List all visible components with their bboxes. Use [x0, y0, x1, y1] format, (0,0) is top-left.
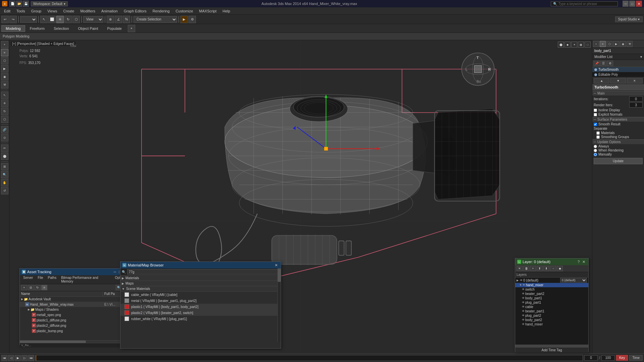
- layer-item-hand-mixer[interactable]: ▼ 👁 hand_mixer: [515, 283, 588, 287]
- asset-scrollbar[interactable]: [20, 340, 130, 343]
- surface-params-section[interactable]: ─ Surface Parameters: [592, 117, 644, 122]
- add-time-tag-btn[interactable]: Add Time Tag: [515, 347, 588, 353]
- end-frame-input[interactable]: [601, 355, 615, 361]
- update-options-section[interactable]: ─ Update Options: [592, 139, 644, 144]
- delete-modifier-btn[interactable]: ✕: [627, 78, 643, 83]
- menu-help[interactable]: Help: [220, 8, 233, 14]
- show-all-btn[interactable]: ☰: [600, 61, 606, 66]
- smooth-result-row[interactable]: Smooth Result: [594, 122, 643, 126]
- view-dropdown[interactable]: View: [83, 16, 103, 23]
- select-tool[interactable]: ↖: [1, 92, 8, 99]
- layers-move-up-btn[interactable]: ⬆: [537, 266, 543, 271]
- manually-radio-row[interactable]: Manually: [594, 153, 643, 156]
- layers-close-btn[interactable]: ✕: [581, 260, 586, 264]
- bind-tool[interactable]: ⊙: [1, 134, 8, 141]
- rotate-btn[interactable]: ↻: [64, 16, 72, 23]
- create-mode-btn[interactable]: +: [1, 41, 8, 48]
- modifier-turbosmooth[interactable]: TurboSmooth: [592, 67, 644, 72]
- layer-item-cable[interactable]: 👁 cable: [515, 305, 588, 309]
- layers-move-down-btn[interactable]: ⬇: [543, 266, 549, 271]
- snap-btn[interactable]: ⊕: [107, 16, 114, 23]
- smoothing-groups-checkbox[interactable]: [596, 135, 600, 139]
- asset-remove-btn[interactable]: ⊟: [28, 285, 34, 290]
- render-setup-btn[interactable]: ⚙: [189, 16, 196, 23]
- rpanel-tab-create[interactable]: +: [593, 41, 599, 47]
- layers-delete-btn[interactable]: 🗑: [523, 266, 529, 271]
- rotate-tool[interactable]: ↻: [1, 108, 8, 115]
- menu-animation[interactable]: Animation: [99, 8, 120, 14]
- layer-item-plug1[interactable]: 👁 plug_part1: [515, 300, 588, 305]
- rpanel-tab-hierarchy[interactable]: ⬡: [606, 41, 612, 47]
- menu-edit[interactable]: Edit: [1, 8, 13, 14]
- always-radio-row[interactable]: Always: [594, 144, 643, 148]
- layer-item-beater2[interactable]: 👁 beater_part2: [515, 292, 588, 296]
- configure-modifiers-btn[interactable]: ⚙: [607, 61, 613, 66]
- viewport[interactable]: [+] [Perspective] [Shaded + Edged Faces]…: [9, 40, 592, 362]
- asset-paths-menu[interactable]: Paths: [46, 276, 59, 284]
- viewport-lighting-btn[interactable]: ☀: [571, 42, 577, 48]
- undo-btn[interactable]: ↩: [1, 16, 9, 23]
- layer-item-body1[interactable]: 👁 body_part1: [515, 296, 588, 300]
- percent-snap-btn[interactable]: %: [123, 16, 130, 23]
- vertex-paint-btn[interactable]: ✏: [1, 144, 8, 152]
- material-close-btn[interactable]: ✕: [274, 263, 279, 267]
- material-search-input[interactable]: [127, 269, 279, 275]
- new-btn[interactable]: 📄: [9, 1, 15, 7]
- menu-rendering[interactable]: Rendering: [150, 8, 172, 14]
- menu-modifiers[interactable]: Modifiers: [77, 8, 98, 14]
- material-scrollbar[interactable]: [277, 268, 281, 342]
- search-box[interactable]: 🔍 Type a keyword or phrase: [551, 1, 618, 6]
- modify-mode-btn[interactable]: ≡: [1, 49, 8, 56]
- isoline-checkbox[interactable]: [594, 109, 597, 112]
- time-btn[interactable]: Time: [629, 355, 643, 361]
- list-item[interactable]: P metall_spec.png: [20, 312, 130, 317]
- list-item[interactable]: ▶ 📁 Autodesk Vault: [20, 297, 130, 302]
- create-selection-dropdown[interactable]: Create Selection: [133, 16, 177, 23]
- layer-item-beater1[interactable]: 👁 beater_part1: [515, 309, 588, 313]
- zoom-btn[interactable]: 🔍: [1, 171, 8, 178]
- mat-item-plastic2[interactable]: plastic2 ( VRayMtl ) [beater_part2, swit…: [120, 310, 281, 316]
- tab-freeform[interactable]: Freeform: [25, 25, 49, 32]
- layers-move-to-btn[interactable]: →: [550, 266, 556, 271]
- prev-frame-btn[interactable]: ◁: [8, 355, 14, 361]
- render-viewport-btn[interactable]: ⬤: [558, 42, 564, 48]
- tab-selection[interactable]: Selection: [49, 25, 73, 32]
- menu-graph-editors[interactable]: Graph Editors: [121, 8, 149, 14]
- scale-tool[interactable]: ⬡: [1, 116, 8, 123]
- maps-section-header[interactable]: ▶ Maps: [120, 281, 281, 286]
- menu-maxscript[interactable]: MAXScript: [197, 8, 219, 14]
- rpanel-tab-motion[interactable]: ▶: [613, 41, 619, 47]
- asset-server-menu[interactable]: Server: [21, 276, 35, 284]
- list-item[interactable]: P plastic_bump.png: [20, 328, 130, 334]
- move-modifier-down-btn[interactable]: ▼: [610, 78, 626, 83]
- timeline-track[interactable]: [36, 355, 583, 361]
- maximize-btn[interactable]: □: [629, 1, 635, 7]
- viewport-config-btn[interactable]: ◆: [565, 42, 571, 48]
- rpanel-tab-display[interactable]: ◉: [620, 41, 626, 47]
- render-iters-input[interactable]: [629, 102, 643, 108]
- arc-rotate-btn[interactable]: ↺: [1, 187, 8, 194]
- asset-panel-title[interactable]: 📋 Asset Tracking ─ □ ✕: [20, 268, 130, 275]
- move-modifier-up-btn[interactable]: ▲: [594, 78, 609, 83]
- manually-radio[interactable]: [594, 153, 597, 156]
- iterations-input[interactable]: [629, 96, 643, 102]
- smoothing-groups-row[interactable]: Smoothing Groups: [596, 135, 640, 139]
- viewport-transparency-btn[interactable]: □: [585, 42, 591, 48]
- asset-view-list-btn[interactable]: ≡: [41, 285, 47, 290]
- main-section-header[interactable]: ─ Main: [592, 91, 644, 96]
- layer-item-switch[interactable]: 👁 switch: [515, 287, 588, 292]
- asset-add-btn[interactable]: +: [21, 285, 27, 290]
- select-btn[interactable]: ↖: [40, 16, 48, 23]
- material-panel-title[interactable]: M Material/Map Browser ✕: [120, 262, 281, 268]
- open-btn[interactable]: 📂: [16, 1, 22, 7]
- render-btn[interactable]: ▶: [180, 16, 188, 23]
- next-key-btn[interactable]: ⏭: [28, 355, 34, 361]
- mat-item-metal[interactable]: metal ( VRayMtl ) [beater_part1, plug_pa…: [120, 298, 281, 304]
- zoom-extents-btn[interactable]: ⊞: [1, 163, 8, 170]
- modifier-list-dropdown[interactable]: Modifier List ▾: [592, 54, 644, 60]
- asset-refresh-btn[interactable]: ↻: [35, 285, 41, 290]
- display-btn[interactable]: ◉: [1, 73, 8, 80]
- layer-item-default[interactable]: ▶ 👁 0 (default) 0 (default): [515, 278, 588, 283]
- layer-item-body2[interactable]: 👁 body_part2: [515, 318, 588, 322]
- squid-studio-btn[interactable]: Squid Studio ▾: [615, 16, 643, 22]
